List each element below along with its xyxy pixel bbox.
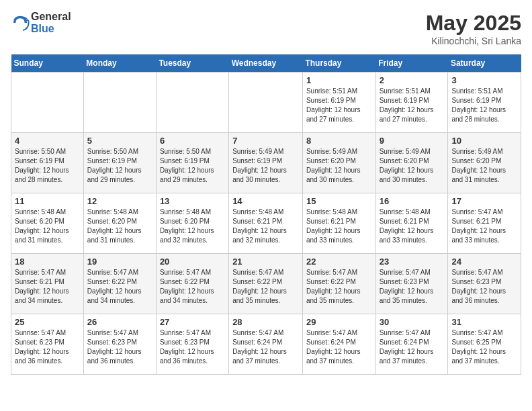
day-number: 23 bbox=[380, 257, 445, 267]
day-number: 6 bbox=[160, 136, 225, 146]
calendar-table: SundayMondayTuesdayWednesdayThursdayFrid… bbox=[11, 54, 521, 375]
weekday-header-monday: Monday bbox=[83, 54, 156, 73]
day-info: Sunrise: 5:47 AM Sunset: 6:24 PM Dayligh… bbox=[306, 328, 372, 366]
weekday-header-thursday: Thursday bbox=[302, 54, 375, 73]
day-cell: 29Sunrise: 5:47 AM Sunset: 6:24 PM Dayli… bbox=[302, 314, 375, 375]
day-cell: 15Sunrise: 5:48 AM Sunset: 6:21 PM Dayli… bbox=[302, 193, 375, 254]
day-info: Sunrise: 5:50 AM Sunset: 6:19 PM Dayligh… bbox=[87, 147, 152, 185]
day-number: 31 bbox=[451, 317, 517, 327]
logo-name: General Blue bbox=[31, 11, 71, 35]
day-cell: 16Sunrise: 5:48 AM Sunset: 6:21 PM Dayli… bbox=[375, 193, 448, 254]
day-number: 13 bbox=[160, 196, 225, 206]
day-info: Sunrise: 5:51 AM Sunset: 6:19 PM Dayligh… bbox=[306, 87, 372, 124]
day-cell: 25Sunrise: 5:47 AM Sunset: 6:23 PM Dayli… bbox=[11, 314, 84, 375]
day-number: 3 bbox=[451, 75, 517, 85]
day-cell: 26Sunrise: 5:47 AM Sunset: 6:23 PM Dayli… bbox=[83, 314, 156, 375]
day-cell: 27Sunrise: 5:47 AM Sunset: 6:23 PM Dayli… bbox=[156, 314, 228, 375]
day-number: 17 bbox=[451, 196, 517, 206]
day-cell bbox=[11, 73, 84, 133]
day-cell: 1Sunrise: 5:51 AM Sunset: 6:19 PM Daylig… bbox=[302, 73, 375, 133]
weekday-header-wednesday: Wednesday bbox=[229, 54, 303, 73]
logo: General Blue bbox=[11, 11, 71, 35]
day-number: 10 bbox=[451, 136, 517, 146]
day-cell: 18Sunrise: 5:47 AM Sunset: 6:21 PM Dayli… bbox=[11, 254, 84, 314]
day-number: 2 bbox=[380, 75, 445, 85]
day-number: 11 bbox=[15, 196, 80, 206]
day-info: Sunrise: 5:48 AM Sunset: 6:21 PM Dayligh… bbox=[306, 208, 372, 245]
day-number: 8 bbox=[306, 136, 372, 146]
week-row-3: 11Sunrise: 5:48 AM Sunset: 6:20 PM Dayli… bbox=[11, 193, 521, 254]
day-number: 19 bbox=[87, 257, 152, 267]
day-number: 24 bbox=[451, 257, 517, 267]
day-info: Sunrise: 5:48 AM Sunset: 6:21 PM Dayligh… bbox=[380, 208, 445, 245]
day-cell: 6Sunrise: 5:50 AM Sunset: 6:19 PM Daylig… bbox=[156, 133, 228, 193]
day-info: Sunrise: 5:47 AM Sunset: 6:22 PM Dayligh… bbox=[232, 268, 299, 306]
day-cell: 11Sunrise: 5:48 AM Sunset: 6:20 PM Dayli… bbox=[11, 193, 84, 254]
page-header: General Blue May 2025 Kilinochchi, Sri L… bbox=[11, 11, 521, 46]
day-cell: 8Sunrise: 5:49 AM Sunset: 6:20 PM Daylig… bbox=[302, 133, 375, 193]
week-row-2: 4Sunrise: 5:50 AM Sunset: 6:19 PM Daylig… bbox=[11, 133, 521, 193]
week-row-1: 1Sunrise: 5:51 AM Sunset: 6:19 PM Daylig… bbox=[11, 73, 521, 133]
day-info: Sunrise: 5:47 AM Sunset: 6:21 PM Dayligh… bbox=[451, 208, 517, 245]
day-cell: 20Sunrise: 5:47 AM Sunset: 6:22 PM Dayli… bbox=[156, 254, 228, 314]
day-cell: 9Sunrise: 5:49 AM Sunset: 6:20 PM Daylig… bbox=[375, 133, 448, 193]
day-info: Sunrise: 5:47 AM Sunset: 6:22 PM Dayligh… bbox=[87, 268, 152, 306]
day-info: Sunrise: 5:47 AM Sunset: 6:23 PM Dayligh… bbox=[15, 328, 80, 366]
day-cell: 3Sunrise: 5:51 AM Sunset: 6:19 PM Daylig… bbox=[448, 73, 521, 133]
day-info: Sunrise: 5:47 AM Sunset: 6:23 PM Dayligh… bbox=[451, 268, 517, 306]
day-cell: 21Sunrise: 5:47 AM Sunset: 6:22 PM Dayli… bbox=[229, 254, 303, 314]
day-cell: 24Sunrise: 5:47 AM Sunset: 6:23 PM Dayli… bbox=[448, 254, 521, 314]
day-number: 15 bbox=[306, 196, 372, 206]
day-cell: 30Sunrise: 5:47 AM Sunset: 6:24 PM Dayli… bbox=[375, 314, 448, 375]
day-cell: 10Sunrise: 5:49 AM Sunset: 6:20 PM Dayli… bbox=[448, 133, 521, 193]
day-number: 30 bbox=[380, 317, 445, 327]
title-block: May 2025 Kilinochchi, Sri Lanka bbox=[426, 11, 521, 46]
day-number: 12 bbox=[87, 196, 152, 206]
weekday-header-row: SundayMondayTuesdayWednesdayThursdayFrid… bbox=[11, 54, 521, 73]
weekday-header-sunday: Sunday bbox=[11, 54, 84, 73]
day-number: 22 bbox=[306, 257, 372, 267]
weekday-header-saturday: Saturday bbox=[448, 54, 521, 73]
weekday-header-tuesday: Tuesday bbox=[156, 54, 228, 73]
day-number: 14 bbox=[232, 196, 299, 206]
day-number: 5 bbox=[87, 136, 152, 146]
day-info: Sunrise: 5:47 AM Sunset: 6:24 PM Dayligh… bbox=[380, 328, 445, 366]
day-info: Sunrise: 5:48 AM Sunset: 6:20 PM Dayligh… bbox=[15, 208, 80, 245]
week-row-5: 25Sunrise: 5:47 AM Sunset: 6:23 PM Dayli… bbox=[11, 314, 521, 375]
day-number: 29 bbox=[306, 317, 372, 327]
day-cell: 22Sunrise: 5:47 AM Sunset: 6:22 PM Dayli… bbox=[302, 254, 375, 314]
day-info: Sunrise: 5:47 AM Sunset: 6:22 PM Dayligh… bbox=[160, 268, 225, 306]
day-number: 16 bbox=[380, 196, 445, 206]
day-info: Sunrise: 5:51 AM Sunset: 6:19 PM Dayligh… bbox=[451, 87, 517, 124]
day-info: Sunrise: 5:48 AM Sunset: 6:21 PM Dayligh… bbox=[232, 208, 299, 245]
day-cell: 17Sunrise: 5:47 AM Sunset: 6:21 PM Dayli… bbox=[448, 193, 521, 254]
calendar-title: May 2025 bbox=[426, 11, 521, 36]
day-cell: 31Sunrise: 5:47 AM Sunset: 6:25 PM Dayli… bbox=[448, 314, 521, 375]
day-info: Sunrise: 5:47 AM Sunset: 6:23 PM Dayligh… bbox=[160, 328, 225, 366]
day-number: 4 bbox=[15, 136, 80, 146]
day-info: Sunrise: 5:47 AM Sunset: 6:24 PM Dayligh… bbox=[232, 328, 299, 366]
day-info: Sunrise: 5:49 AM Sunset: 6:20 PM Dayligh… bbox=[306, 147, 372, 185]
day-cell bbox=[229, 73, 303, 133]
day-number: 7 bbox=[232, 136, 299, 146]
day-info: Sunrise: 5:50 AM Sunset: 6:19 PM Dayligh… bbox=[15, 147, 80, 185]
day-number: 27 bbox=[160, 317, 225, 327]
day-cell: 5Sunrise: 5:50 AM Sunset: 6:19 PM Daylig… bbox=[83, 133, 156, 193]
day-info: Sunrise: 5:47 AM Sunset: 6:23 PM Dayligh… bbox=[380, 268, 445, 306]
day-cell: 12Sunrise: 5:48 AM Sunset: 6:20 PM Dayli… bbox=[83, 193, 156, 254]
day-info: Sunrise: 5:48 AM Sunset: 6:20 PM Dayligh… bbox=[87, 208, 152, 245]
day-cell: 7Sunrise: 5:49 AM Sunset: 6:19 PM Daylig… bbox=[229, 133, 303, 193]
day-info: Sunrise: 5:50 AM Sunset: 6:19 PM Dayligh… bbox=[160, 147, 225, 185]
day-cell: 19Sunrise: 5:47 AM Sunset: 6:22 PM Dayli… bbox=[83, 254, 156, 314]
day-info: Sunrise: 5:47 AM Sunset: 6:21 PM Dayligh… bbox=[15, 268, 80, 306]
calendar-subtitle: Kilinochchi, Sri Lanka bbox=[426, 36, 521, 46]
day-cell: 14Sunrise: 5:48 AM Sunset: 6:21 PM Dayli… bbox=[229, 193, 303, 254]
day-info: Sunrise: 5:48 AM Sunset: 6:20 PM Dayligh… bbox=[160, 208, 225, 245]
day-number: 28 bbox=[232, 317, 299, 327]
weekday-header-friday: Friday bbox=[375, 54, 448, 73]
logo-icon bbox=[11, 13, 30, 32]
logo-general: General bbox=[31, 11, 71, 22]
day-cell: 23Sunrise: 5:47 AM Sunset: 6:23 PM Dayli… bbox=[375, 254, 448, 314]
day-cell bbox=[156, 73, 228, 133]
week-row-4: 18Sunrise: 5:47 AM Sunset: 6:21 PM Dayli… bbox=[11, 254, 521, 314]
